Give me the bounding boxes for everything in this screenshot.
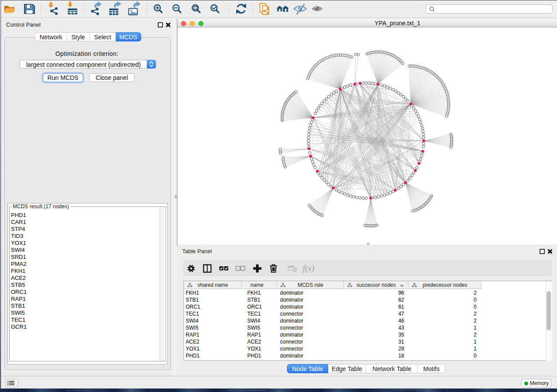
svg-text:f(x): f(x) [303, 264, 314, 273]
